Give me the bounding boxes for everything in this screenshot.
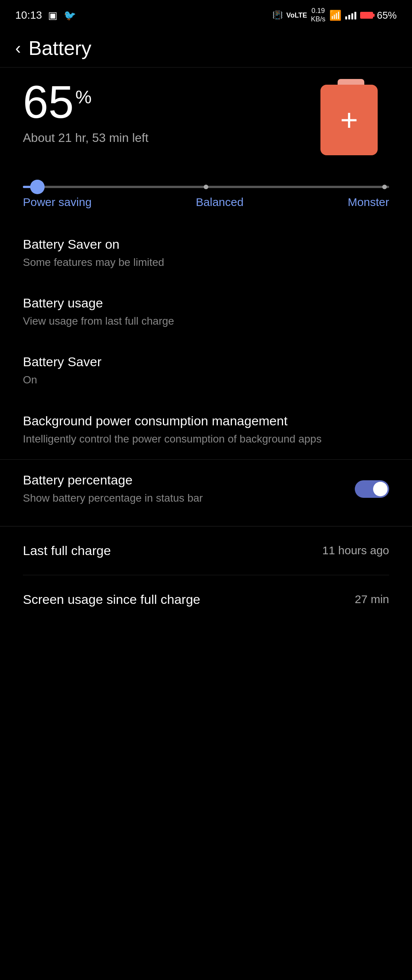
vibrate-icon: 📳 [272,10,283,20]
battery-percent-status: 65% [377,10,397,21]
net-speed: 0.19 KB/s [311,7,325,23]
volte-icon: VoLTE [286,11,307,19]
battery-icon-large: + [320,79,381,155]
signal-icon [345,11,356,19]
battery-saver-item[interactable]: Battery Saver On [0,341,412,400]
battery-info-section: 65 % About 21 hr, 53 min left + [0,67,412,163]
slider-thumb[interactable] [30,180,45,194]
battery-status-icon [360,12,373,19]
battery-percentage-section: 65 % About 21 hr, 53 min left [23,75,148,145]
settings-list: Battery Saver on Some features may be li… [0,216,412,526]
last-full-charge-row: Last full charge 11 hours ago [23,526,389,575]
status-right: 📳 VoLTE 0.19 KB/s 📶 65% [272,7,397,23]
battery-saver-status-item[interactable]: Battery Saver on Some features may be li… [0,224,412,283]
battery-saver-status-title: Battery Saver on [23,237,389,252]
battery-time-left: About 21 hr, 53 min left [23,131,148,145]
toggle-thumb [373,482,388,496]
battery-percentage-item[interactable]: Battery percentage Show battery percenta… [0,459,412,518]
back-button[interactable]: ‹ [15,39,21,58]
twitter-icon: 🐦 [64,10,76,21]
mode-slider-section[interactable]: Power saving Balanced Monster [0,163,412,216]
page-title: Battery [29,37,92,60]
screen-usage-value: 27 min [355,593,389,606]
percent-sign: % [75,88,92,106]
slider-label-monster[interactable]: Monster [348,196,389,209]
wifi-icon: 📶 [329,10,341,21]
status-left: 10:13 ▣ 🐦 [15,9,76,21]
slider-dot-monster [382,185,387,189]
battery-usage-title: Battery usage [23,296,389,311]
last-full-charge-label: Last full charge [23,543,111,558]
battery-percentage-subtitle: Show battery percentage in status bar [23,491,203,505]
battery-percentage-number: 65 [23,79,74,125]
status-time: 10:13 [15,9,42,21]
notification-icon: ▣ [48,10,58,21]
battery-saver-subtitle: On [23,372,389,387]
slider-labels: Power saving Balanced Monster [23,196,389,209]
battery-plus-sign: + [340,105,358,135]
battery-percentage-display: 65 % [23,79,148,125]
slider-track[interactable] [23,186,389,188]
battery-saver-title: Battery Saver [23,354,389,369]
background-power-item[interactable]: Background power consumption management … [0,401,412,459]
background-power-subtitle: Intelligently control the power consumpt… [23,431,389,446]
page-header: ‹ Battery [0,27,412,67]
battery-usage-subtitle: View usage from last full charge [23,314,389,328]
battery-percentage-text: Battery percentage Show battery percenta… [23,473,203,505]
last-full-charge-value: 11 hours ago [322,544,389,557]
battery-percentage-toggle[interactable] [355,480,389,498]
info-section: Last full charge 11 hours ago Screen usa… [0,526,412,624]
background-power-title: Background power consumption management [23,414,389,428]
screen-usage-label: Screen usage since full charge [23,592,200,607]
battery-body: + [320,85,378,155]
status-bar: 10:13 ▣ 🐦 📳 VoLTE 0.19 KB/s 📶 65% [0,0,412,27]
battery-usage-item[interactable]: Battery usage View usage from last full … [0,283,412,341]
slider-dot-balanced [204,185,208,189]
slider-label-power-saving[interactable]: Power saving [23,196,92,209]
screen-usage-row: Screen usage since full charge 27 min [23,575,389,624]
battery-percentage-title: Battery percentage [23,473,203,488]
slider-label-balanced[interactable]: Balanced [196,196,243,209]
battery-saver-status-subtitle: Some features may be limited [23,255,389,270]
